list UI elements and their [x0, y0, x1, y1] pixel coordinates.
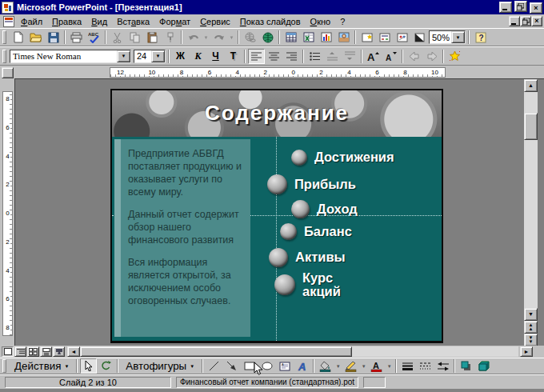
next-slide-button[interactable]: ▼▼ [524, 334, 538, 346]
slide-body[interactable]: Предприятие АБВГД поставляет продукцию и… [112, 137, 442, 341]
line-color-dropdown[interactable]: ▼ [360, 358, 367, 374]
toc-item-2[interactable]: Прибыль [112, 174, 440, 194]
dash-style-button[interactable] [417, 358, 434, 374]
align-left-button[interactable] [248, 49, 265, 64]
toc-item-4[interactable]: Баланс [112, 223, 440, 240]
line-button[interactable] [206, 358, 222, 374]
italic-button[interactable]: К [190, 49, 206, 64]
fill-color-button[interactable] [317, 358, 334, 374]
menu-item-3[interactable]: Вид [86, 16, 112, 27]
rectangle-button[interactable] [241, 358, 258, 374]
redo-button[interactable] [210, 30, 227, 45]
vertical-ruler[interactable]: 864202468 [2, 91, 13, 336]
h-scroll-right-button[interactable]: ► [520, 346, 533, 357]
cut-button[interactable] [109, 30, 126, 45]
horizontal-scrollbar[interactable] [80, 346, 518, 357]
save-button[interactable] [45, 30, 62, 45]
arrow-style-button[interactable] [434, 358, 451, 374]
scroll-up-button[interactable]: ▲ [524, 79, 538, 92]
slide-canvas[interactable]: Содержание Предприятие АБВГД поставляет … [14, 78, 544, 346]
toolbar-grip[interactable] [2, 359, 6, 373]
bw-view-button[interactable] [411, 30, 428, 45]
toc-item-3[interactable]: Доход [112, 200, 440, 218]
line-style-button[interactable] [399, 358, 416, 374]
slide[interactable]: Содержание Предприятие АБВГД поставляет … [110, 89, 443, 343]
font-color-button[interactable]: A [368, 358, 385, 374]
font-size-combobox[interactable]: 24 ▼ [134, 50, 166, 63]
print-button[interactable] [68, 30, 85, 45]
restore-button[interactable] [514, 1, 527, 12]
help-button[interactable]: ? [472, 30, 489, 45]
free-rotate-button[interactable] [98, 358, 114, 374]
format-painter-button[interactable] [162, 30, 178, 45]
minimize-button[interactable] [499, 2, 512, 13]
new-button[interactable] [10, 30, 26, 45]
menu-item-6[interactable]: Сервис [195, 16, 235, 27]
redo-dropdown[interactable]: ▼ [228, 30, 235, 45]
toolbar-grip[interactable] [2, 30, 6, 44]
shadow-button[interactable] [458, 358, 474, 374]
decrease-font-button[interactable]: A [382, 49, 399, 64]
menu-item-7[interactable]: Показ слайдов [235, 16, 306, 27]
demote-button[interactable] [423, 49, 440, 64]
align-center-button[interactable] [266, 49, 282, 64]
text-shadow-button[interactable]: Т [225, 49, 242, 64]
menu-item-2[interactable]: Правка [47, 16, 86, 27]
toc-item-6[interactable]: Курс акций [112, 271, 440, 299]
font-color-dropdown[interactable]: ▼ [386, 358, 393, 374]
doc-restore-button[interactable] [520, 16, 531, 26]
oval-button[interactable] [258, 358, 275, 374]
previous-slide-button[interactable]: ▲▲ [524, 321, 538, 334]
slide-title-band[interactable]: Содержание [112, 90, 442, 138]
vertical-scroll-thumb[interactable] [524, 113, 538, 140]
copy-button[interactable] [126, 30, 143, 45]
menu-item-4[interactable]: Вставка [112, 16, 154, 27]
fill-color-dropdown[interactable]: ▼ [334, 358, 342, 374]
bullets-button[interactable] [306, 49, 323, 64]
toolbar-grip[interactable] [2, 50, 6, 63]
toc-item-5[interactable]: Активы [112, 248, 440, 267]
autoshapes-button[interactable]: Автофигуры▼ [121, 358, 199, 374]
bold-button[interactable]: Ж [172, 49, 189, 64]
toc-item-1[interactable]: Достижения [112, 150, 440, 166]
wordart-button[interactable]: A [294, 358, 310, 374]
undo-button[interactable] [185, 30, 202, 45]
outline-view-button[interactable] [14, 346, 26, 357]
menu-item-5[interactable]: Формат [154, 16, 195, 27]
insert-excel-button[interactable] [300, 30, 317, 45]
notes-page-button[interactable] [40, 346, 52, 357]
chevron-down-icon[interactable]: ▼ [451, 31, 465, 43]
arrow-button[interactable] [223, 358, 240, 374]
horizontal-scroll-thumb[interactable] [80, 346, 352, 357]
animation-effects-button[interactable] [446, 49, 463, 64]
menu-item-1[interactable]: Файл [16, 16, 47, 27]
scroll-down-button[interactable]: ▼ [524, 308, 538, 321]
doc-close-button[interactable]: × [531, 16, 542, 26]
chevron-down-icon[interactable]: ▼ [151, 50, 165, 62]
threed-button[interactable] [475, 358, 492, 374]
slide-title[interactable]: Содержание [112, 101, 442, 126]
zoom-combobox[interactable]: 50% ▼ [429, 30, 466, 44]
move-down-button[interactable] [342, 49, 358, 64]
underline-button[interactable]: Ч [207, 49, 224, 64]
increase-font-button[interactable]: A [365, 49, 382, 64]
line-color-button[interactable] [342, 358, 359, 374]
move-up-button[interactable] [324, 49, 341, 64]
slide-show-button[interactable] [53, 346, 65, 357]
hyperlink-button[interactable] [242, 30, 258, 45]
new-slide-button[interactable] [358, 30, 375, 45]
font-combobox[interactable]: Times New Roman ▼ [10, 50, 131, 63]
web-toolbar-button[interactable] [259, 30, 276, 45]
menu-item-9[interactable]: ? [335, 16, 350, 27]
h-scroll-left-button[interactable]: ◄ [67, 346, 80, 357]
align-right-button[interactable] [283, 49, 300, 64]
close-button[interactable]: × [530, 2, 542, 14]
horizontal-ruler[interactable]: 121086420246810 [110, 67, 446, 78]
undo-dropdown[interactable]: ▼ [202, 30, 210, 45]
spelling-button[interactable]: ABC [86, 30, 102, 45]
promote-button[interactable] [406, 49, 422, 64]
slide-sorter-button[interactable] [27, 346, 39, 357]
doc-minimize-button[interactable] [509, 16, 520, 26]
paste-button[interactable] [144, 30, 161, 45]
slide-view-button[interactable] [2, 346, 14, 357]
